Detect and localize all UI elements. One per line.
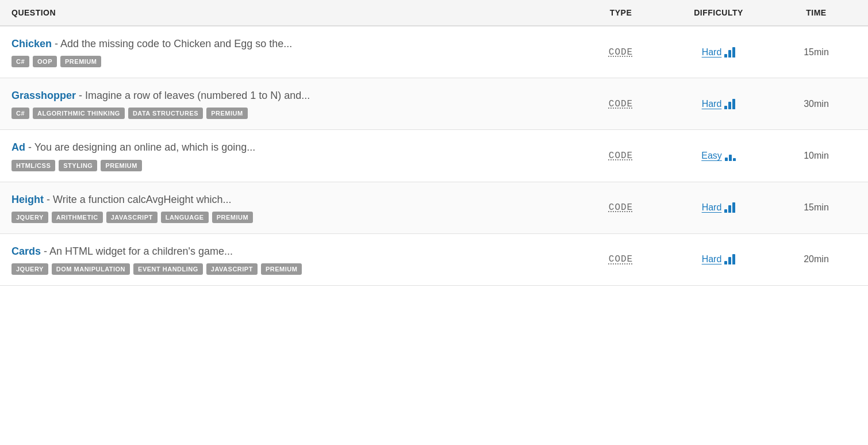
difficulty-label: Hard bbox=[702, 47, 722, 57]
time-cell: 20min bbox=[776, 254, 857, 264]
difficulty-chart-icon bbox=[724, 99, 735, 109]
question-title[interactable]: Ad - You are designing an online ad, whi… bbox=[11, 140, 581, 155]
tag: JQUERY bbox=[11, 263, 48, 275]
difficulty-cell: Hard bbox=[661, 47, 776, 57]
type-cell: CODE bbox=[581, 99, 661, 109]
tag: PREMIUM bbox=[60, 56, 101, 67]
bar bbox=[725, 158, 728, 161]
bar bbox=[728, 257, 731, 264]
tag: JAVASCRIPT bbox=[206, 263, 258, 275]
question-title[interactable]: Height - Write a function calcAvgHeight … bbox=[11, 193, 581, 207]
question-title[interactable]: Cards - An HTML widget for a children's … bbox=[11, 244, 581, 259]
difficulty-cell: Hard bbox=[661, 202, 776, 213]
header-question: QUESTION bbox=[11, 8, 581, 17]
tag: ARITHMETIC bbox=[52, 212, 103, 223]
tag: OOP bbox=[33, 56, 57, 67]
question-title-bold: Grasshopper bbox=[11, 90, 76, 101]
header-time: TIME bbox=[776, 8, 857, 17]
tag: PREMIUM bbox=[206, 108, 247, 119]
difficulty-cell: Easy bbox=[661, 151, 776, 161]
tag: DATA STRUCTURES bbox=[128, 108, 203, 119]
tags-container: HTML/CSSSTYLINGPREMIUM bbox=[11, 160, 581, 171]
time-cell: 15min bbox=[776, 47, 857, 57]
tag: EVENT HANDLING bbox=[133, 263, 203, 275]
questions-table: QUESTION TYPE DIFFICULTY TIME Chicken - … bbox=[0, 0, 868, 445]
time-cell: 30min bbox=[776, 99, 857, 109]
question-cell: Ad - You are designing an online ad, whi… bbox=[11, 140, 581, 171]
type-cell: CODE bbox=[581, 202, 661, 213]
table-row[interactable]: Chicken - Add the missing code to Chicke… bbox=[0, 26, 868, 78]
tags-container: JQUERYDOM MANIPULATIONEVENT HANDLINGJAVA… bbox=[11, 263, 581, 275]
difficulty-chart-icon bbox=[724, 202, 735, 213]
difficulty-chart-icon bbox=[724, 47, 735, 57]
bar bbox=[733, 158, 736, 161]
table-row[interactable]: Cards - An HTML widget for a children's … bbox=[0, 234, 868, 286]
question-title-bold: Ad bbox=[11, 141, 25, 153]
difficulty-label: Easy bbox=[701, 151, 722, 161]
bar bbox=[728, 102, 731, 109]
question-title-rest: - Add the missing code to Chicken and Eg… bbox=[52, 38, 292, 49]
question-title[interactable]: Chicken - Add the missing code to Chicke… bbox=[11, 37, 581, 51]
bar bbox=[729, 155, 732, 161]
table-body: Chicken - Add the missing code to Chicke… bbox=[0, 26, 868, 286]
tags-container: JQUERYARITHMETICJAVASCRIPTLANGUAGEPREMIU… bbox=[11, 212, 581, 223]
bar bbox=[724, 261, 727, 264]
difficulty-label: Hard bbox=[702, 202, 722, 213]
question-cell: Cards - An HTML widget for a children's … bbox=[11, 244, 581, 275]
type-cell: CODE bbox=[581, 151, 661, 161]
tag: C# bbox=[11, 56, 29, 67]
tag: PREMIUM bbox=[212, 212, 253, 223]
difficulty-label: Hard bbox=[702, 254, 722, 264]
difficulty-label: Hard bbox=[702, 99, 722, 109]
tag: PREMIUM bbox=[101, 160, 141, 171]
question-title-rest: - You are designing an online ad, which … bbox=[25, 141, 255, 153]
tag: JQUERY bbox=[11, 212, 48, 223]
question-cell: Chicken - Add the missing code to Chicke… bbox=[11, 37, 581, 67]
bar bbox=[732, 99, 735, 109]
tag: PREMIUM bbox=[261, 263, 302, 275]
tag: HTML/CSS bbox=[11, 160, 55, 171]
question-title-bold: Chicken bbox=[11, 38, 52, 49]
header-type: TYPE bbox=[581, 8, 661, 17]
difficulty-cell: Hard bbox=[661, 254, 776, 264]
question-cell: Grasshopper - Imagine a row of leaves (n… bbox=[11, 89, 581, 119]
type-cell: CODE bbox=[581, 47, 661, 57]
question-title-bold: Cards bbox=[11, 245, 41, 257]
tag: STYLING bbox=[59, 160, 97, 171]
table-row[interactable]: Ad - You are designing an online ad, whi… bbox=[0, 130, 868, 182]
header-difficulty: DIFFICULTY bbox=[661, 8, 776, 17]
difficulty-cell: Hard bbox=[661, 99, 776, 109]
question-title[interactable]: Grasshopper - Imagine a row of leaves (n… bbox=[11, 89, 581, 103]
table-row[interactable]: Grasshopper - Imagine a row of leaves (n… bbox=[0, 78, 868, 130]
bar bbox=[724, 54, 727, 57]
tags-container: C#ALGORITHMIC THINKINGDATA STRUCTURESPRE… bbox=[11, 108, 581, 119]
bar bbox=[732, 47, 735, 57]
difficulty-chart-icon bbox=[724, 254, 735, 264]
bar bbox=[728, 205, 731, 213]
tag: C# bbox=[11, 108, 29, 119]
bar bbox=[724, 209, 727, 213]
type-cell: CODE bbox=[581, 254, 661, 264]
table-row[interactable]: Height - Write a function calcAvgHeight … bbox=[0, 182, 868, 234]
time-cell: 10min bbox=[776, 151, 857, 161]
tags-container: C#OOPPREMIUM bbox=[11, 56, 581, 67]
table-header: QUESTION TYPE DIFFICULTY TIME bbox=[0, 0, 868, 26]
tag: JAVASCRIPT bbox=[106, 212, 158, 223]
tag: LANGUAGE bbox=[161, 212, 209, 223]
bar bbox=[724, 106, 727, 109]
tag: ALGORITHMIC THINKING bbox=[33, 108, 125, 119]
bar bbox=[728, 50, 731, 57]
question-title-rest: - An HTML widget for a children's game..… bbox=[41, 245, 233, 257]
question-title-bold: Height bbox=[11, 194, 44, 205]
bar bbox=[732, 254, 735, 264]
time-cell: 15min bbox=[776, 202, 857, 213]
question-title-rest: - Imagine a row of leaves (numbered 1 to… bbox=[76, 90, 310, 101]
question-title-rest: - Write a function calcAvgHeight which..… bbox=[44, 194, 231, 205]
difficulty-chart-icon bbox=[725, 151, 736, 161]
question-cell: Height - Write a function calcAvgHeight … bbox=[11, 193, 581, 223]
bar bbox=[732, 202, 735, 213]
tag: DOM MANIPULATION bbox=[52, 263, 130, 275]
